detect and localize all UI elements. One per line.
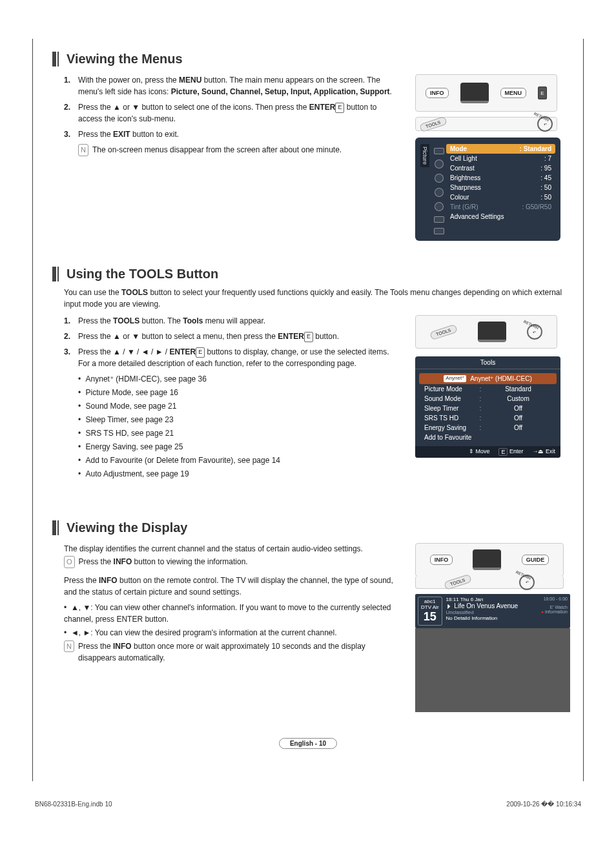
info-panel: abc1 DTV Air 15 18:11 Thu 6 Jan ⏵ Life O…	[415, 594, 570, 712]
page-footer: English - 10	[52, 738, 564, 749]
section-title: Using the TOOLS Button	[52, 267, 564, 281]
osd-row: Tint (G/R): G50/R50	[446, 202, 555, 212]
return-icon: ↶	[519, 575, 535, 590]
menu-icon	[434, 228, 444, 234]
menu-icon	[435, 202, 444, 211]
osd-row: Mode: Standard	[446, 144, 555, 154]
text: Press the INFO button on the remote cont…	[64, 575, 402, 598]
note-icon: N	[64, 640, 74, 653]
info-label: Information	[545, 609, 568, 614]
return-icon: ↶	[537, 116, 553, 132]
osd-row: Cell Light: 7	[446, 154, 555, 163]
channel-type: DTV Air	[421, 604, 439, 610]
section-body: 1. With the power on, press the MENU but…	[52, 74, 402, 241]
info-datetime: 18:11 Thu 6 Jan	[446, 597, 537, 602]
text: The display identifies the current chann…	[64, 543, 402, 555]
list-item: Sound Mode, see page 21	[78, 400, 402, 412]
tools-row: Sound Mode:Custom	[422, 394, 554, 404]
enter-icon: E	[304, 332, 313, 342]
info-button: INFO	[430, 555, 453, 565]
list-item: SRS TS HD, see page 21	[78, 427, 402, 439]
program-time: 18:00 - 6:00	[541, 597, 568, 601]
tools-header: Tools	[415, 356, 560, 369]
title-bar-thin	[57, 52, 59, 66]
print-meta: BN68-02331B-Eng.indb 10 2009-10-26 �� 10…	[32, 801, 584, 808]
tools-row: SRS TS HD:Off	[422, 413, 554, 423]
list-item: • ▲, ▼: You can view other channel's inf…	[64, 602, 402, 625]
watch-label: Watch	[555, 605, 568, 609]
osd-tab: Picture	[420, 144, 429, 167]
tools-button: TOOLS	[419, 116, 447, 132]
menu-icon	[434, 216, 444, 223]
menu-icon	[434, 148, 444, 154]
tools-button: TOOLS	[444, 574, 472, 590]
remote-graphic-row2: TOOLS ↶	[415, 576, 564, 589]
osd-row: Colour: 50	[446, 192, 555, 202]
page: Viewing the Menus 1. With the power on, …	[32, 39, 584, 781]
note-icon: N	[78, 144, 88, 156]
menu-button: MENU	[500, 88, 527, 98]
remote-graphic: INFO MENU E	[415, 74, 557, 112]
remote-graphic: INFO GUIDE	[415, 543, 564, 577]
title-bar-thin	[57, 267, 59, 281]
menu-icon	[435, 159, 444, 169]
menu-icon	[435, 174, 444, 183]
tv-preview	[415, 628, 570, 712]
dpad-icon	[473, 549, 501, 570]
list-item: Auto Adjustment, see page 19	[78, 468, 402, 480]
program-genre: Unclassified	[446, 609, 537, 615]
section-tools: Using the TOOLS Button You can use the T…	[52, 267, 564, 482]
osd-row: Advanced Settings	[446, 212, 555, 221]
osd-picture-menu: Picture Mode: Standard Cell Light: 7 Con	[415, 138, 560, 241]
tools-footer: ⇕ Move E Enter →⏏ Exit	[415, 446, 560, 458]
tools-row-selected: Anynet⁺Anynet⁺ (HDMI-CEC)	[419, 373, 557, 384]
list-item: Energy Saving, see page 25	[78, 441, 402, 453]
osd-row: Brightness: 45	[446, 173, 555, 183]
list-item: Sleep Timer, see page 23	[78, 414, 402, 425]
heading: Viewing the Display	[67, 520, 187, 535]
section-title: Viewing the Display	[52, 520, 564, 535]
list-item: Add to Favourite (or Delete from Favouri…	[78, 455, 402, 466]
menu-icon	[435, 188, 444, 197]
return-icon: ↶	[527, 324, 542, 340]
dpad-icon	[478, 322, 506, 342]
enter-icon: E	[335, 103, 344, 113]
enter-icon: E	[196, 347, 205, 358]
list-item: Anynet⁺ (HDMI-CEC), see page 36	[78, 373, 402, 385]
remote-graphic-row2: TOOLS ↶	[415, 117, 557, 131]
bullet-list: Anynet⁺ (HDMI-CEC), see page 36 Picture …	[64, 373, 402, 480]
tools-row: Add to Favourite	[422, 433, 554, 442]
step: 1. With the power on, press the MENU but…	[64, 74, 402, 97]
title-bar	[52, 52, 56, 66]
section-body: The display identifies the current chann…	[52, 543, 402, 712]
tools-row: Sleep Timer:Off	[422, 404, 554, 413]
program-detail: No Detaild Information	[446, 615, 537, 621]
channel-number: 15	[421, 610, 439, 624]
section-display: Viewing the Display The display identifi…	[52, 520, 564, 712]
remote-graphic: TOOLS ↶	[415, 315, 557, 349]
channel-box: abc1 DTV Air 15	[418, 597, 442, 626]
tools-osd-menu: Tools Anynet⁺Anynet⁺ (HDMI-CEC) Picture …	[415, 356, 560, 458]
section-title: Viewing the Menus	[52, 52, 564, 66]
step: 2. Press the ▲ or ▼ button to select one…	[64, 101, 402, 125]
dpad-icon	[460, 83, 489, 103]
title-bar	[52, 267, 56, 281]
doc-timestamp: 2009-10-26 �� 10:16:34	[506, 801, 581, 808]
channel-name: abc1	[421, 598, 439, 604]
section-body: 1. Press the TOOLS button. The Tools men…	[52, 315, 402, 482]
tools-button: TOOLS	[429, 323, 458, 340]
heading: Using the TOOLS Button	[67, 267, 218, 281]
osd-icon-col	[432, 144, 446, 234]
info-button: INFO	[426, 88, 449, 98]
osd-row: Sharpness: 50	[446, 183, 555, 192]
step: 2. Press the ▲ or ▼ button to select a m…	[64, 331, 402, 342]
note: O Press the INFO button to viewing the i…	[64, 556, 402, 568]
step: 3. Press the ▲ / ▼ / ◄ / ► / ENTERE butt…	[64, 346, 402, 369]
info-note-icon: O	[64, 556, 75, 568]
osd-row: Contrast: 95	[446, 163, 555, 173]
guide-button: GUIDE	[522, 555, 549, 565]
intro-text: You can use the TOOLS button to select y…	[52, 287, 564, 310]
e-button: E	[538, 87, 547, 99]
tools-row: Picture Mode:Standard	[422, 384, 554, 394]
list-item: • ◄, ►: You can view the desired program…	[64, 627, 402, 639]
